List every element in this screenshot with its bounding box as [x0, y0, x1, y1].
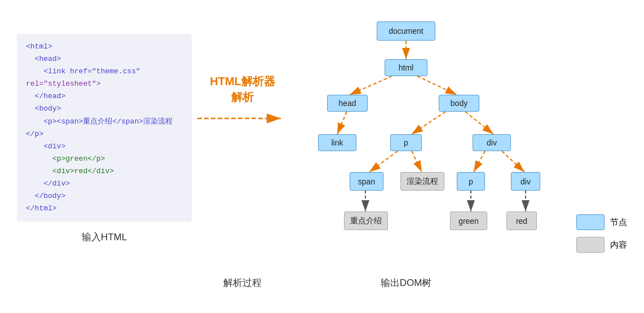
svg-line-6 — [417, 76, 457, 95]
node-render-text: 渲染流程 — [400, 172, 444, 191]
node-link: link — [318, 134, 356, 151]
middle-panel: HTML解析器解析 — [192, 73, 293, 129]
svg-line-13 — [502, 151, 524, 172]
node-html: html — [385, 59, 427, 76]
legend-node-box — [576, 214, 605, 230]
svg-line-12 — [474, 151, 485, 172]
code-line-4: rel="stylesheet"> — [26, 78, 183, 90]
code-line-13: </html> — [26, 202, 183, 215]
node-span: span — [350, 172, 383, 191]
svg-line-7 — [337, 112, 347, 134]
legend-node-label: 节点 — [610, 217, 627, 228]
legend-content-label: 内容 — [610, 240, 627, 250]
node-div: div — [473, 134, 511, 151]
svg-line-10 — [369, 151, 398, 172]
node-p: p — [390, 134, 422, 151]
node-red: red — [506, 211, 537, 230]
code-line-8: <div> — [26, 140, 183, 153]
code-line-12: </body> — [26, 190, 183, 202]
node-body: body — [439, 95, 479, 112]
code-line-11: </div> — [26, 178, 183, 190]
code-line-5: </head> — [26, 90, 183, 103]
node-head: head — [327, 95, 368, 112]
middle-label: 解析过程 — [192, 276, 293, 289]
node-document: document — [377, 21, 435, 41]
code-line-7: <p><span>重点介绍</span>渲染流程</p> — [26, 116, 183, 140]
code-line-10: <div>red</div> — [26, 165, 183, 178]
node-div2: div — [511, 172, 540, 191]
legend-item-node: 节点 — [576, 214, 627, 230]
svg-line-11 — [412, 151, 422, 172]
code-line-1: <html> — [26, 41, 183, 53]
svg-line-5 — [350, 76, 392, 95]
right-label: 输出DOM树 — [293, 276, 519, 289]
code-line-6: <body> — [26, 103, 183, 115]
code-line-3: <link href="theme.css" — [26, 65, 183, 78]
code-block: <html> <head> <link href="theme.css" rel… — [17, 34, 192, 222]
code-line-9: <p>green</p> — [26, 153, 183, 165]
legend-item-content: 内容 — [576, 237, 627, 253]
right-panel: document html head body link p div span … — [293, 11, 609, 282]
svg-line-9 — [465, 112, 493, 134]
parser-label: HTML解析器解析 — [210, 73, 275, 105]
legend-content-box — [576, 237, 605, 253]
parser-arrow — [197, 108, 288, 129]
node-zd-jj: 重点介绍 — [344, 211, 388, 230]
code-line-2: <head> — [26, 53, 183, 65]
svg-line-8 — [412, 112, 445, 134]
left-panel: <html> <head> <link href="theme.css" rel… — [17, 34, 192, 244]
left-label: 输入HTML — [17, 231, 192, 244]
legend: 节点 内容 — [576, 214, 627, 253]
node-p2: p — [457, 172, 485, 191]
node-green: green — [450, 211, 487, 230]
